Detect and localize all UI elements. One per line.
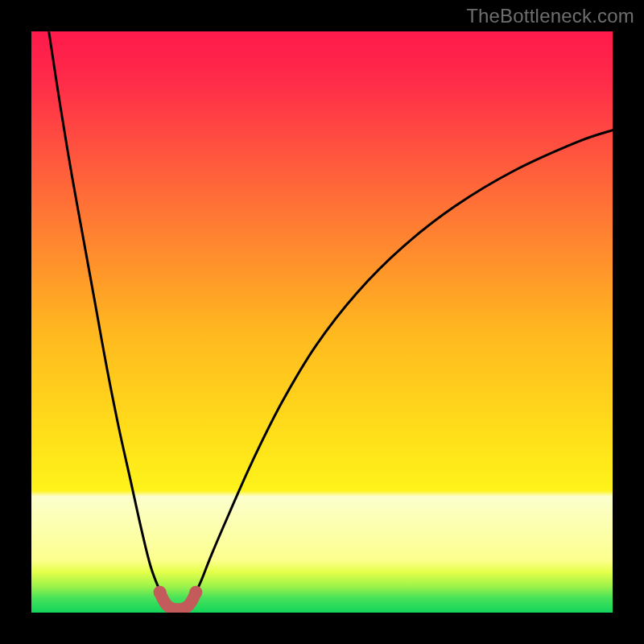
chart-frame: TheBottleneck.com bbox=[0, 0, 644, 644]
gradient-background bbox=[31, 31, 613, 613]
trough-end-dot-0 bbox=[154, 586, 167, 599]
chart-svg bbox=[31, 31, 613, 613]
plot-area bbox=[31, 31, 613, 613]
watermark-text: TheBottleneck.com bbox=[466, 5, 634, 27]
trough-end-dot-1 bbox=[189, 586, 202, 599]
